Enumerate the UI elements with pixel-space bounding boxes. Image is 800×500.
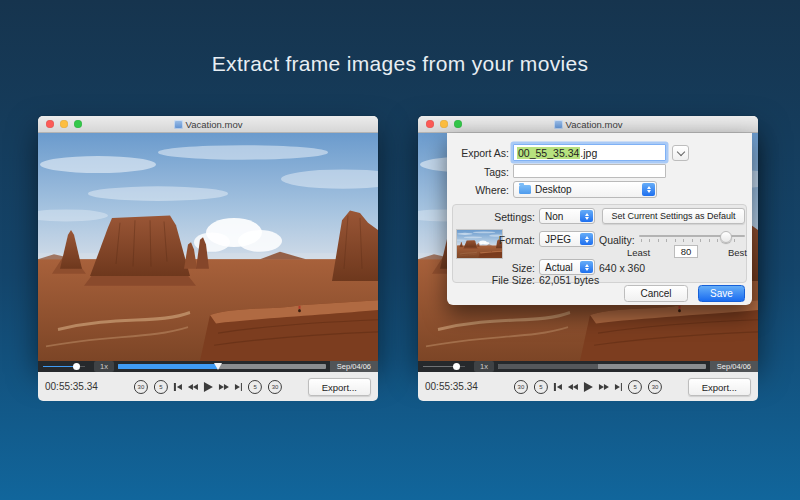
popup-stepper-icon bbox=[580, 233, 593, 245]
settings-label: Settings: bbox=[447, 211, 535, 223]
playhead-icon[interactable] bbox=[214, 363, 222, 370]
timeline-scrubber[interactable] bbox=[118, 364, 326, 369]
format-label: Format: bbox=[447, 234, 535, 246]
quality-value-field[interactable]: 80 bbox=[674, 245, 698, 258]
skip-back-5-button[interactable]: 5 bbox=[534, 380, 548, 394]
quality-knob[interactable] bbox=[720, 231, 732, 243]
fast-forward-button[interactable] bbox=[219, 384, 229, 390]
fast-forward-button[interactable] bbox=[599, 384, 609, 390]
set-default-button[interactable]: Set Current Settings as Default bbox=[602, 208, 745, 224]
size-popup[interactable]: Actual bbox=[539, 259, 595, 275]
close-button[interactable] bbox=[426, 120, 434, 128]
filename-selected-text: 00_55_35.34 bbox=[517, 147, 580, 159]
video-frame[interactable] bbox=[38, 133, 378, 361]
page-title: Extract frame images from your movies bbox=[0, 52, 800, 76]
export-sheet: Export As: 00_55_35.34 .jpg Tags: Where:… bbox=[447, 133, 752, 305]
settings-popup[interactable]: Non bbox=[539, 208, 595, 224]
volume-knob[interactable] bbox=[453, 363, 460, 370]
step-back-button[interactable] bbox=[174, 383, 182, 391]
skip-back-30-button[interactable]: 30 bbox=[134, 380, 148, 394]
step-forward-button[interactable] bbox=[615, 383, 623, 391]
quality-slider[interactable] bbox=[639, 231, 745, 245]
play-button[interactable] bbox=[584, 382, 593, 392]
timecode: 00:55:35.34 bbox=[425, 381, 478, 392]
least-label: Least bbox=[627, 247, 650, 258]
volume-slider[interactable] bbox=[423, 363, 465, 370]
expand-sheet-button[interactable] bbox=[672, 145, 689, 161]
player-window-left: Vacation.mov bbox=[38, 116, 378, 361]
export-button[interactable]: Export... bbox=[688, 378, 751, 396]
export-as-label: Export As: bbox=[447, 147, 509, 159]
chevron-down-icon bbox=[676, 147, 684, 155]
rewind-button[interactable] bbox=[188, 384, 198, 390]
best-label: Best bbox=[721, 247, 747, 258]
timeline-strip: 1x Sep/04/06 bbox=[38, 361, 378, 372]
dimensions-text: 640 x 360 bbox=[599, 262, 669, 274]
cancel-button[interactable]: Cancel bbox=[624, 285, 688, 302]
timeline-scrubber[interactable] bbox=[498, 364, 706, 369]
skip-forward-5-button[interactable]: 5 bbox=[248, 380, 262, 394]
volume-knob[interactable] bbox=[73, 363, 80, 370]
tags-input[interactable] bbox=[513, 164, 666, 178]
play-button[interactable] bbox=[204, 382, 213, 392]
timecode: 00:55:35.34 bbox=[45, 381, 98, 392]
date-badge: Sep/04/06 bbox=[330, 361, 378, 372]
popup-stepper-icon bbox=[642, 183, 655, 196]
tags-label: Tags: bbox=[447, 166, 509, 178]
titlebar[interactable]: Vacation.mov bbox=[418, 116, 758, 133]
save-button[interactable]: Save bbox=[698, 285, 745, 302]
format-popup[interactable]: JPEG bbox=[539, 231, 595, 247]
step-forward-button[interactable] bbox=[235, 383, 243, 391]
zoom-button[interactable] bbox=[74, 120, 82, 128]
transport-controls: 30 5 5 30 bbox=[134, 380, 282, 394]
timeline-progress bbox=[498, 364, 598, 369]
speed-badge[interactable]: 1x bbox=[94, 361, 114, 372]
minimize-button[interactable] bbox=[60, 120, 68, 128]
where-popup[interactable]: Desktop bbox=[513, 181, 657, 198]
traffic-lights bbox=[46, 120, 82, 128]
timeline-progress bbox=[118, 364, 218, 369]
where-label: Where: bbox=[447, 184, 509, 196]
file-size-label: File Size: bbox=[447, 274, 535, 286]
speed-badge[interactable]: 1x bbox=[474, 361, 494, 372]
step-back-button[interactable] bbox=[554, 383, 562, 391]
filename-field[interactable]: 00_55_35.34 .jpg bbox=[513, 144, 666, 161]
folder-icon bbox=[519, 185, 531, 194]
skip-back-30-button[interactable]: 30 bbox=[514, 380, 528, 394]
traffic-lights bbox=[426, 120, 462, 128]
filename-extension: .jpg bbox=[580, 147, 597, 159]
control-bar: 00:55:35.34 30 5 5 30 Export... bbox=[418, 372, 758, 401]
volume-slider[interactable] bbox=[43, 363, 85, 370]
minimize-button[interactable] bbox=[440, 120, 448, 128]
skip-forward-5-button[interactable]: 5 bbox=[628, 380, 642, 394]
date-badge: Sep/04/06 bbox=[710, 361, 758, 372]
popup-stepper-icon bbox=[580, 210, 593, 222]
window-title: Vacation.mov bbox=[174, 119, 243, 130]
skip-back-5-button[interactable]: 5 bbox=[154, 380, 168, 394]
transport-controls: 30 5 5 30 bbox=[514, 380, 662, 394]
size-label: Size: bbox=[447, 262, 535, 274]
popup-stepper-icon bbox=[580, 261, 593, 273]
skip-forward-30-button[interactable]: 30 bbox=[648, 380, 662, 394]
titlebar[interactable]: Vacation.mov bbox=[38, 116, 378, 133]
rewind-button[interactable] bbox=[568, 384, 578, 390]
control-bar: 00:55:35.34 30 5 5 30 Export... bbox=[38, 372, 378, 401]
export-button[interactable]: Export... bbox=[308, 378, 371, 396]
timeline-strip: 1x Sep/04/06 bbox=[418, 361, 758, 372]
quality-label: Quality: bbox=[599, 234, 637, 246]
close-button[interactable] bbox=[46, 120, 54, 128]
zoom-button[interactable] bbox=[454, 120, 462, 128]
movie-document-icon bbox=[554, 120, 563, 129]
movie-document-icon bbox=[174, 120, 183, 129]
player-window-right: Vacation.mov bbox=[418, 116, 758, 361]
skip-forward-30-button[interactable]: 30 bbox=[268, 380, 282, 394]
window-title: Vacation.mov bbox=[554, 119, 623, 130]
